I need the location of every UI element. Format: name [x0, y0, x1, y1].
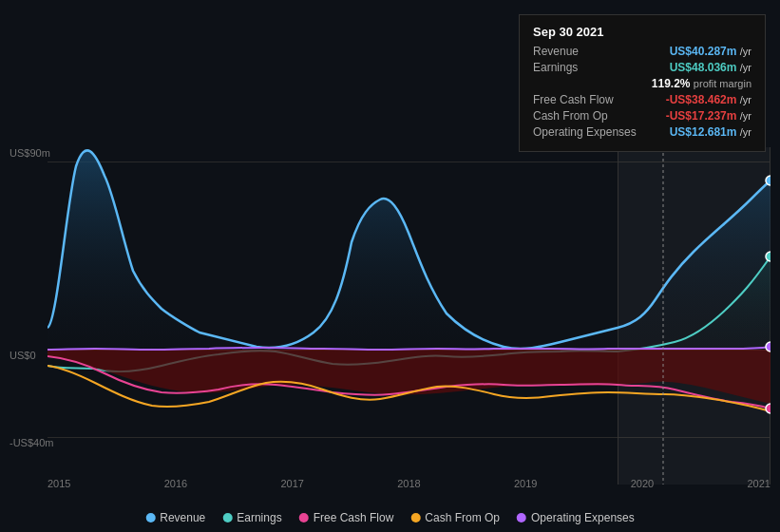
tooltip-row-opex: Operating Expenses US$12.681m /yr	[533, 125, 751, 139]
y-axis-top-label: US$90m	[10, 147, 50, 159]
x-label-2015: 2015	[48, 478, 70, 489]
legend-dot-revenue	[145, 513, 155, 522]
tooltip-label-revenue: Revenue	[533, 45, 579, 58]
tooltip-value-margin: 119.2% profit margin	[652, 77, 751, 90]
tooltip-date: Sep 30 2021	[533, 25, 751, 39]
legend: Revenue Earnings Free Cash Flow Cash Fro…	[145, 511, 635, 524]
tooltip-row-margin: 119.2% profit margin	[533, 77, 751, 90]
neg-area	[48, 350, 770, 404]
chart-container: Sep 30 2021 Revenue US$40.287m /yr Earni…	[0, 0, 780, 532]
tooltip-value-revenue: US$40.287m /yr	[670, 45, 751, 58]
tooltip-value-fcf: -US$38.462m /yr	[666, 93, 751, 106]
legend-dot-opex	[517, 513, 526, 522]
tooltip-label-earnings: Earnings	[533, 61, 578, 74]
legend-label-opex: Operating Expenses	[531, 511, 635, 524]
tooltip-row-cashfromop: Cash From Op -US$17.237m /yr	[533, 109, 751, 123]
legend-item-fcf[interactable]: Free Cash Flow	[299, 511, 394, 524]
legend-label-cashfromop: Cash From Op	[425, 511, 500, 524]
tooltip-label-fcf: Free Cash Flow	[533, 93, 614, 106]
legend-item-opex[interactable]: Operating Expenses	[517, 511, 635, 524]
legend-dot-fcf	[299, 513, 309, 522]
chart-svg	[48, 147, 770, 484]
legend-item-cashfromop[interactable]: Cash From Op	[410, 511, 500, 524]
x-label-2019: 2019	[514, 478, 537, 489]
x-axis: 2015 2016 2017 2018 2019 2020 2021	[48, 478, 770, 489]
revenue-dot	[766, 176, 770, 185]
legend-item-earnings[interactable]: Earnings	[222, 511, 281, 524]
legend-label-earnings: Earnings	[237, 511, 281, 524]
legend-label-fcf: Free Cash Flow	[314, 511, 394, 524]
legend-dot-earnings	[222, 513, 232, 522]
x-label-2017: 2017	[281, 478, 304, 489]
x-label-2018: 2018	[397, 478, 420, 489]
legend-item-revenue[interactable]: Revenue	[145, 511, 205, 524]
opex-dot	[766, 342, 770, 352]
revenue-area	[48, 150, 770, 350]
tooltip-value-earnings: US$48.036m /yr	[670, 61, 751, 74]
y-axis-mid-label: US$0	[10, 350, 36, 361]
legend-label-revenue: Revenue	[160, 511, 205, 524]
tooltip-label-opex: Operating Expenses	[533, 125, 637, 139]
x-label-2021: 2021	[748, 478, 770, 489]
tooltip-row-revenue: Revenue US$40.287m /yr	[533, 45, 751, 58]
tooltip-value-opex: US$12.681m /yr	[670, 125, 751, 139]
tooltip-card: Sep 30 2021 Revenue US$40.287m /yr Earni…	[519, 14, 766, 152]
x-label-2020: 2020	[631, 478, 654, 489]
legend-dot-cashfromop	[410, 513, 420, 522]
x-label-2016: 2016	[164, 478, 187, 489]
tooltip-value-cashfromop: -US$17.237m /yr	[666, 109, 751, 123]
tooltip-row-earnings: Earnings US$48.036m /yr	[533, 61, 751, 74]
tooltip-label-cashfromop: Cash From Op	[533, 109, 608, 123]
tooltip-row-fcf: Free Cash Flow -US$38.462m /yr	[533, 93, 751, 106]
earnings-dot	[766, 252, 770, 261]
fcf-dot	[766, 404, 770, 413]
